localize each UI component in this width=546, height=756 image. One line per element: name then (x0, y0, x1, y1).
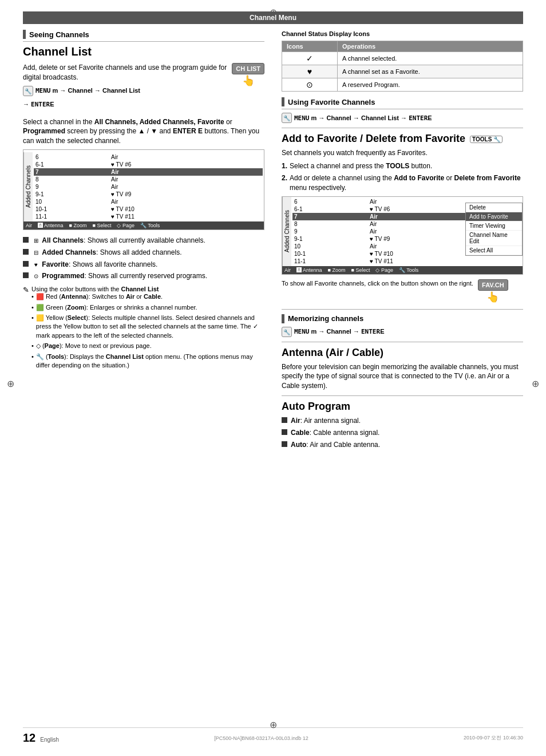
fav-ch-button[interactable]: FAV.CH (478, 279, 508, 291)
note-icon: ✎ (23, 286, 29, 294)
icon-heart: ♥ (282, 65, 338, 78)
list-item-all-channels: ⊞ All Channels: Shows all currently avai… (23, 236, 264, 246)
fav-ch-note: To show all Favorite channels, click on … (282, 279, 473, 288)
feature-bullet-list: ⊞ All Channels: Shows all currently avai… (23, 236, 264, 281)
add-favorite-title: Add to Favorite / Delete from Favorite T… (282, 133, 523, 145)
bullet-square (23, 237, 29, 243)
add-favorite-desc: Set channels you watch frequently as Fav… (282, 148, 523, 158)
sub-bullet-red: 🟥 Red (Antenna): Switches to Air or Cabl… (31, 292, 264, 301)
antenna-desc: Before your television can begin memoriz… (282, 362, 523, 391)
list-item-cable: Cable: Cable antenna signal. (282, 428, 523, 438)
sub-bullet-page: ◇ (Page): Move to next or previous page. (31, 342, 264, 350)
table-row: ♥ A channel set as a Favorite. (282, 65, 523, 78)
ch-sidebar-label2: Added Channels (282, 197, 291, 266)
icon-checkmark: ✓ (282, 52, 338, 65)
table-row: 10Air (34, 198, 263, 205)
bullet-square (23, 249, 29, 255)
grid-icon: ⊞ (32, 237, 40, 245)
bullet-square (23, 261, 29, 267)
section-bar3 (282, 314, 284, 323)
using-favorite-heading: Using Favorite Channels (282, 97, 523, 109)
reg-mark-left: ⊕ (7, 378, 14, 389)
steps-list: 1.Select a channel and press the TOOLS b… (282, 161, 523, 192)
reg-mark-bottom: ⊕ (270, 719, 277, 730)
context-menu-channel-name[interactable]: Channel Name Edit (466, 231, 522, 246)
bullet-square (282, 441, 287, 447)
remote-icon2: 🔧 (282, 113, 292, 123)
auto-program-list: Air: Air antenna signal. Cable: Cable an… (282, 416, 523, 449)
list-item-favorite: ♥ Favorite: Shows all favorite channels. (23, 260, 264, 270)
context-menu-timer[interactable]: Timer Viewing (466, 221, 522, 231)
list-item-programmed: ⊙ Programmed: Shows all currently reserv… (23, 271, 264, 281)
op-selected: A channel selected. (338, 52, 523, 65)
menu-path-favorite: 🔧 MENU m → Channel → Channel List → ENTE… (282, 113, 523, 123)
fav-ch-btn-container: FAV.CH 👆 (478, 279, 508, 303)
clock-icon: ⊙ (32, 272, 40, 280)
sub-bullet-tools: 🔧 (Tools): Displays the Channel List opt… (31, 353, 264, 370)
ch-list-table: 6Air 6-1♥ TV #6 7Air 8Air 9Air 9-1♥ TV #… (34, 153, 263, 220)
list-item-added-channels: ⊟ Added Channels: Shows all added channe… (23, 248, 264, 258)
seeing-channels-heading: Seeing Channels (23, 30, 264, 42)
remote-icon: 🔧 (23, 86, 33, 96)
grid2-icon: ⊟ (32, 249, 40, 257)
divider3 (282, 342, 523, 342)
context-menu-delete[interactable]: Delete (466, 203, 522, 212)
channel-list-screenshot: Added Channels 6Air 6-1♥ TV #6 7Air 8Air… (23, 149, 264, 230)
bullet-square (282, 417, 287, 423)
hand-icon: 👆 (242, 74, 255, 87)
hand-icon2: 👆 (486, 291, 499, 303)
divider4 (282, 395, 523, 396)
status-display-heading: Channel Status Display Icons (282, 30, 523, 38)
page-number: 12 (23, 731, 35, 745)
table-header-icons: Icons (282, 41, 338, 52)
ch-list-button[interactable]: CH LIST (232, 63, 264, 74)
table-row: 11-1♥ TV #11 (292, 258, 521, 265)
ch-list-toolbar2: Air 🅰 Antenna ■ Zoom ■ Select ◇ Page 🔧 T… (282, 266, 523, 274)
remote-icon3: 🔧 (282, 327, 292, 337)
icon-timer: ⊙ (282, 78, 338, 92)
right-column: Channel Status Display Icons Icons Opera… (282, 30, 523, 454)
sub-bullet-yellow: 🟨 Yellow (Select): Selects multiple chan… (31, 314, 264, 340)
ch-list-btn-container: CH LIST 👆 (232, 63, 264, 87)
table-row: ⊙ A reserved Program. (282, 78, 523, 92)
list-item-air: Air: Air antenna signal. (282, 416, 523, 426)
menu-path-channel-list: 🔧 MENU m → Channel → Channel List (23, 86, 227, 96)
step-1: 1.Select a channel and press the TOOLS b… (282, 161, 523, 171)
memorizing-heading: Memorizing channels (282, 314, 523, 323)
table-row: 9Air (34, 183, 263, 191)
note-section: ✎ Using the color buttons with the Chann… (23, 286, 264, 371)
table-row-selected: 7Air (34, 168, 263, 176)
menu-path-enter: → ENTERE (23, 101, 227, 108)
table-row: 6Air (34, 153, 263, 161)
list-item-auto: Auto: Air and Cable antenna. (282, 440, 523, 450)
tools-badge: TOOLS 🔧 (470, 136, 503, 143)
section-bar (23, 30, 26, 39)
heart-icon: ♥ (32, 261, 40, 269)
context-menu[interactable]: Delete Add to Favorite Timer Viewing Cha… (465, 203, 523, 256)
channel-list-title: Channel List (23, 45, 264, 58)
ch-sidebar-label: Added Channels (23, 152, 33, 221)
channel-list-instruction: Select a channel in the All Channels, Ad… (23, 117, 264, 146)
add-favorite-screenshot: Added Channels 6Air 6-1♥ TV #6 7Air 8Air… (282, 196, 523, 275)
divider2 (282, 309, 523, 310)
table-row: ✓ A channel selected. (282, 52, 523, 65)
section-bar (282, 97, 284, 106)
left-column: Seeing Channels Channel List Add, delete… (23, 30, 264, 454)
bullet-square (23, 272, 29, 278)
table-row: 10-1♥ TV #10 (34, 205, 263, 213)
context-menu-add-favorite[interactable]: Add to Favorite (466, 212, 522, 221)
footer-date: 2010-09-07 오전 10:46:30 (464, 735, 523, 741)
op-favorite: A channel set as a Favorite. (338, 65, 523, 78)
antenna-title: Antenna (Air / Cable) (282, 347, 523, 359)
sub-bullet-green: 🟩 Green (Zoom): Enlarges or shrinks a ch… (31, 303, 264, 312)
footer-filename: [PC500-NA]BN68-03217A-00L03.indb 12 (214, 735, 308, 741)
sub-bullet-list: 🟥 Red (Antenna): Switches to Air or Cabl… (31, 292, 264, 370)
context-menu-select-all[interactable]: Select All (466, 246, 522, 255)
step-2: 2.Add or delete a channel using the Add … (282, 173, 523, 193)
reg-mark-top: ⊕ (270, 7, 277, 18)
auto-program-title: Auto Program (282, 401, 523, 413)
op-reserved: A reserved Program. (338, 78, 523, 92)
table-header-operations: Operations (338, 41, 523, 52)
table-row: 11-1♥ TV #11 (34, 213, 263, 220)
bullet-square (282, 429, 287, 435)
